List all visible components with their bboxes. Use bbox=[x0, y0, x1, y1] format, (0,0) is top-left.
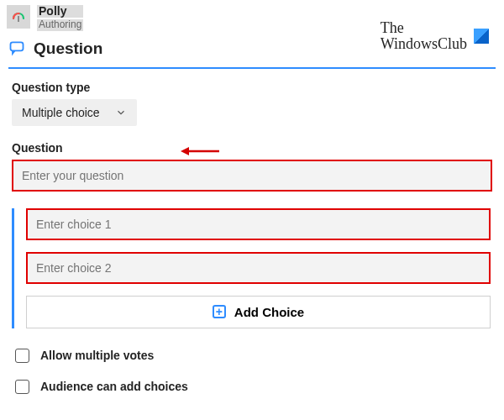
annotation-arrow-icon bbox=[181, 145, 219, 160]
choices-group: + Add Choice bbox=[12, 208, 492, 328]
watermark-logo-icon bbox=[474, 29, 489, 44]
allow-multiple-votes-label[interactable]: Allow multiple votes bbox=[40, 349, 154, 362]
choice-input-2[interactable] bbox=[26, 252, 491, 284]
svg-rect-1 bbox=[11, 42, 24, 50]
audience-add-choices-label[interactable]: Audience can add choices bbox=[40, 380, 188, 393]
question-type-selected: Multiple choice bbox=[22, 106, 100, 119]
allow-multiple-votes-checkbox[interactable] bbox=[15, 349, 29, 363]
options-group: Allow multiple votes Audience can add ch… bbox=[12, 340, 492, 402]
question-type-dropdown[interactable]: Multiple choice bbox=[12, 99, 137, 126]
app-icon bbox=[7, 5, 30, 29]
app-subtitle: Authoring bbox=[37, 19, 83, 30]
add-choice-label: Add Choice bbox=[234, 305, 304, 319]
watermark: The WindowsClub bbox=[381, 20, 489, 52]
svg-marker-3 bbox=[181, 147, 189, 155]
question-type-label: Question type bbox=[12, 81, 492, 94]
svg-rect-0 bbox=[18, 16, 19, 22]
audience-add-choices-checkbox[interactable] bbox=[15, 380, 29, 394]
divider bbox=[8, 67, 496, 69]
app-name: Polly bbox=[37, 5, 83, 18]
choice-input-1[interactable] bbox=[26, 208, 491, 240]
chevron-down-icon bbox=[115, 107, 127, 118]
question-label: Question bbox=[12, 141, 492, 155]
chat-icon bbox=[8, 39, 25, 59]
plus-icon: + bbox=[213, 305, 226, 318]
add-choice-button[interactable]: + Add Choice bbox=[26, 296, 491, 328]
question-input[interactable] bbox=[12, 160, 492, 192]
watermark-line1: The bbox=[381, 20, 467, 36]
watermark-line2: WindowsClub bbox=[381, 36, 467, 52]
section-title: Question bbox=[34, 39, 102, 58]
app-info: Polly Authoring bbox=[37, 5, 83, 31]
